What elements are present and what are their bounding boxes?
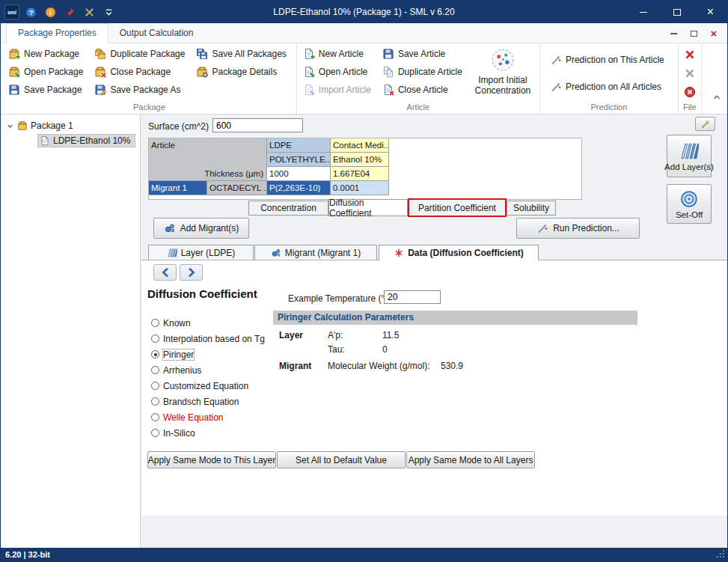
save-article-icon	[382, 48, 394, 60]
grid-migrant-row-header[interactable]: Migrant 1	[149, 181, 207, 195]
status-bar: 6.20 | 32-bit	[1, 548, 727, 561]
prediction-all-articles-button[interactable]: Prediction on All Articles	[547, 79, 671, 96]
tools-icon[interactable]	[84, 7, 95, 18]
tab-concentration[interactable]: Concentration	[248, 201, 328, 216]
radio-welle-equation[interactable]: Welle Equation	[151, 412, 224, 423]
info-icon[interactable]	[45, 7, 56, 18]
apply-mode-all-layers-button[interactable]: Apply Same Mode to All Layers	[406, 451, 535, 468]
radio-insilico-dot[interactable]	[151, 429, 159, 437]
page-title: Diffusion Coefficient	[147, 287, 257, 300]
close-article-icon	[382, 84, 394, 96]
apply-mode-this-layer-button[interactable]: Apply Same Mode to This Layer	[147, 451, 276, 468]
tab-migrant-detail[interactable]: Migrant (Migrant 1)	[254, 245, 377, 260]
mdi-minimize-button[interactable]	[669, 29, 678, 38]
grid-layer-name-cell[interactable]: LDPE	[267, 138, 331, 153]
grid-contact-name-cell[interactable]: Ethanol 10%	[331, 153, 389, 167]
radio-interpolation-dot[interactable]	[151, 335, 159, 343]
grid-article-header: Article	[151, 141, 175, 150]
wizard-button[interactable]	[695, 117, 715, 131]
radio-piringer[interactable]: Piringer	[151, 349, 194, 360]
import-article-button[interactable]: Import Article	[300, 82, 378, 99]
duplicate-package-button[interactable]: Duplicate Package	[91, 46, 192, 63]
save-all-packages-button[interactable]: Save All Packages	[193, 46, 293, 63]
grid-partition-cell[interactable]: 0.0001	[331, 181, 389, 195]
close-package-button[interactable]: Close Package	[91, 64, 192, 81]
new-package-icon	[8, 48, 20, 60]
set-off-button[interactable]: Set-Off	[667, 184, 712, 224]
duplicate-article-button[interactable]: Duplicate Article	[379, 64, 469, 81]
resize-grip[interactable]	[715, 549, 726, 561]
package-details-button[interactable]: Package Details	[193, 64, 293, 81]
nav-forward-button[interactable]	[180, 264, 203, 281]
new-package-button[interactable]: New Package	[5, 46, 90, 63]
mdi-restore-button[interactable]	[689, 29, 698, 38]
radio-brandsch-equation[interactable]: Brandsch Equation	[151, 396, 239, 407]
tab-solubility[interactable]: Solubility	[507, 201, 556, 216]
tab-layer-detail[interactable]: Layer (LDPE)	[148, 245, 254, 260]
save-package-as-button[interactable]: Save Package As	[91, 82, 192, 99]
set-all-default-button[interactable]: Set All to Default Value	[277, 451, 406, 468]
maximize-button[interactable]	[660, 1, 694, 23]
close-file-disabled-button[interactable]	[682, 65, 698, 82]
close-article-button[interactable]: Close Article	[379, 82, 469, 99]
help-icon[interactable]	[25, 7, 37, 18]
add-layers-button[interactable]: Add Layer(s)	[667, 135, 712, 177]
radio-known[interactable]: Known	[151, 317, 191, 329]
close-button[interactable]: ×	[694, 1, 727, 23]
prediction-this-article-button[interactable]: Prediction on This Article	[547, 52, 671, 69]
tree-item-article[interactable]: LDPE-Ethanol 10%	[37, 134, 135, 147]
grid-contact-volume-cell[interactable]: 1.667E04	[331, 167, 389, 181]
params-migrant-label: Migrant	[279, 361, 311, 371]
qat-dropdown-icon[interactable]	[103, 7, 114, 18]
radio-arrhenius-dot[interactable]	[151, 366, 159, 374]
grid-contact-header-cell[interactable]: Contact Medi...	[331, 138, 389, 153]
tree-expand-chevron-icon[interactable]	[6, 122, 14, 130]
close-file-button[interactable]	[682, 46, 698, 63]
package-icon	[17, 120, 28, 131]
tree-item-article-label: LDPE-Ethanol 10%	[53, 135, 130, 146]
ribbon-collapse-button[interactable]	[710, 91, 724, 103]
grid-migrant-name-cell[interactable]: OCTADECYL ...	[207, 181, 267, 195]
radio-in-silico[interactable]: In-Silico	[151, 427, 195, 439]
chevron-up-icon	[712, 92, 722, 103]
radio-arrhenius[interactable]: Arrhenius	[151, 364, 201, 376]
tab-partition-coefficient[interactable]: Partition Coefficient	[408, 198, 507, 217]
cancel-button[interactable]	[682, 84, 698, 100]
add-migrants-button[interactable]: Add Migrant(s)	[153, 218, 249, 239]
import-initial-concentration-button[interactable]: Import Initial Concentration	[469, 45, 536, 97]
tab-package-properties[interactable]: Package Properties	[6, 23, 108, 43]
radio-customized-dot[interactable]	[151, 382, 159, 390]
new-article-button[interactable]: New Article	[300, 46, 378, 63]
mdi-close-button[interactable]: ×	[709, 29, 718, 38]
radio-interpolation-tg[interactable]: Interpolation based on Tg	[151, 333, 265, 344]
radio-piringer-dot[interactable]	[151, 350, 159, 358]
minimize-button[interactable]	[626, 1, 660, 23]
run-prediction-button[interactable]: Run Prediction...	[516, 218, 640, 239]
pin-icon[interactable]	[64, 7, 76, 18]
radio-welle-dot[interactable]	[151, 413, 159, 421]
grid-layer-material-cell[interactable]: POLYETHYLE...	[267, 153, 331, 167]
ribbon-group-package: New Package Open Package Save Package Du…	[2, 44, 297, 114]
tree-item-package[interactable]: Package 1	[6, 120, 73, 131]
grid-thickness-label: Thickness (µm)	[204, 169, 263, 178]
tab-output-calculation[interactable]: Output Calculation	[108, 24, 205, 43]
open-article-button[interactable]: Open Article	[300, 64, 378, 81]
open-package-button[interactable]: Open Package	[5, 64, 90, 81]
grid-thickness-value-cell[interactable]: 1000	[267, 167, 331, 181]
params-mw-value: 530.9	[441, 361, 463, 371]
tab-data-detail[interactable]: Data (Diffusion Coefficient)	[379, 245, 539, 260]
resize-grip-icon	[715, 549, 726, 559]
surface-label: Surface (cm^2)	[148, 121, 209, 132]
save-article-button[interactable]: Save Article	[379, 46, 469, 63]
radio-customized-equation[interactable]: Customized Equation	[151, 380, 248, 391]
example-temperature-input[interactable]	[384, 290, 441, 304]
main-area: Surface (cm^2) Article Thickness (µm) LD…	[141, 114, 727, 548]
nav-back-button[interactable]	[153, 264, 177, 281]
grid-diffusion-cell[interactable]: P(2,263E-10)	[267, 181, 331, 195]
radio-brandsch-dot[interactable]	[151, 397, 159, 406]
tab-diffusion-coefficient[interactable]: Diffusion Coefficient	[328, 199, 408, 216]
surface-input[interactable]	[212, 118, 303, 132]
save-package-button[interactable]: Save Package	[5, 82, 90, 99]
radio-known-dot[interactable]	[151, 319, 159, 327]
migrant-molecule-icon	[164, 222, 176, 234]
